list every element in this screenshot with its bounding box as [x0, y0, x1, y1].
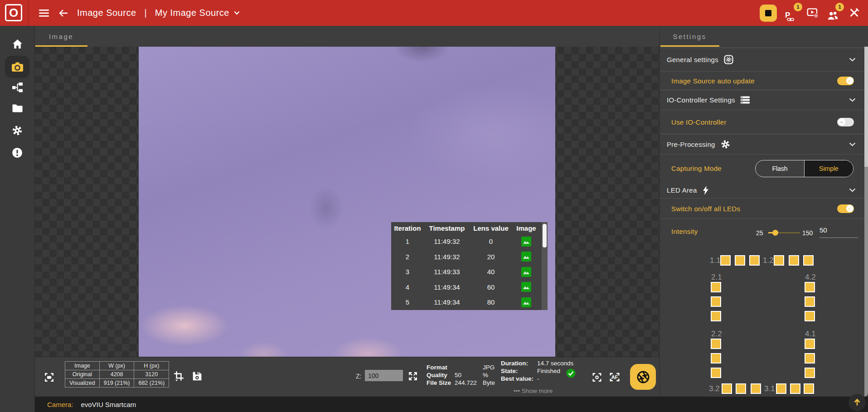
use-io-toggle[interactable]: – [837, 118, 854, 126]
users-badge: 1 [835, 3, 844, 11]
led-square[interactable] [720, 255, 731, 266]
scroll-to-top-button[interactable] [849, 394, 866, 411]
intensity-value-field[interactable]: 50 [820, 226, 858, 238]
slider-knob[interactable] [772, 230, 778, 236]
hamburger-menu-icon[interactable] [39, 9, 50, 18]
led-square[interactable] [804, 383, 814, 394]
image-canvas[interactable] [35, 47, 659, 357]
tools-icon[interactable] [849, 8, 860, 19]
led-square[interactable] [805, 339, 815, 349]
focus-center-icon[interactable] [592, 372, 602, 383]
intensity-slider[interactable] [768, 232, 800, 233]
mode-flash-button[interactable]: Flash [756, 160, 804, 177]
sidebar-item-camera-active[interactable] [5, 56, 29, 78]
sidebar-item-files[interactable] [12, 103, 23, 113]
led-square[interactable] [790, 383, 800, 394]
led-square[interactable] [803, 255, 814, 266]
image-size-table: ImageW (px)H (px) Original42083120 Visua… [65, 361, 169, 388]
chevron-down-icon [234, 11, 240, 15]
video-settings-icon[interactable] [807, 8, 819, 19]
users-button[interactable]: 1 [827, 5, 840, 21]
section-led-area[interactable]: LED Area [660, 182, 865, 198]
save-icon[interactable] [192, 371, 202, 381]
led-square[interactable] [789, 255, 799, 266]
section-general-settings[interactable]: General settings [660, 48, 865, 71]
led-group-label: 2.2 [711, 330, 722, 339]
led-square[interactable] [776, 383, 786, 394]
program-link-button[interactable]: P 1 [785, 5, 799, 21]
iteration-row[interactable]: 311:49:3340 [391, 264, 548, 280]
iteration-row[interactable]: 411:49:3460 [391, 280, 548, 295]
pre-processing-gear-icon [721, 140, 730, 149]
led-square[interactable] [805, 296, 815, 307]
led-square[interactable] [805, 282, 815, 292]
led-square[interactable] [736, 383, 746, 394]
scrollbar-thumb[interactable] [543, 224, 547, 247]
tab-settings-active-underline [660, 45, 719, 47]
led-group-label: 1.1 [710, 256, 721, 265]
image-thumb-icon[interactable] [512, 282, 541, 292]
tab-image[interactable]: Image [35, 26, 87, 47]
stop-capture-button[interactable] [760, 5, 777, 22]
tab-settings[interactable]: Settings [660, 26, 719, 47]
camera-name: evoVIU Smartcam [81, 401, 136, 408]
led-square[interactable] [805, 353, 815, 364]
camera-image[interactable] [139, 47, 555, 357]
status-bar: Camera: evoVIU Smartcam [35, 397, 868, 412]
image-thumb-icon[interactable] [512, 297, 541, 307]
led-square[interactable] [774, 255, 784, 266]
arrow-up-icon [853, 398, 862, 407]
image-thumb-icon[interactable] [512, 252, 541, 262]
image-thumb-icon[interactable] [512, 237, 541, 247]
led-square[interactable] [711, 311, 721, 321]
aperture-icon [636, 370, 650, 384]
intensity-min: 25 [756, 229, 763, 237]
iteration-row[interactable]: 511:49:3480 [391, 295, 548, 310]
crop-icon[interactable] [174, 371, 184, 382]
iteration-row[interactable]: 211:49:3220 [391, 249, 548, 265]
section-pre-processing[interactable]: Pre-Processing [660, 134, 865, 154]
show-more-link[interactable]: ••• Show more [514, 388, 553, 394]
mode-simple-button-selected[interactable]: Simple [804, 160, 853, 177]
led-square[interactable] [722, 383, 732, 394]
led-square[interactable] [805, 311, 815, 321]
chevron-down-icon[interactable] [849, 58, 856, 62]
fullscreen-icon[interactable] [408, 371, 418, 381]
sidebar-item-alerts[interactable] [12, 147, 23, 158]
led-square[interactable] [711, 368, 721, 378]
sidebar-item-home[interactable] [12, 39, 23, 49]
zoom-input[interactable] [365, 370, 403, 381]
led-group-label: 2.1 [711, 273, 722, 282]
sidebar-item-settings[interactable] [12, 125, 23, 136]
led-square[interactable] [711, 353, 721, 364]
source-selector-label: My Image Source [155, 8, 229, 18]
led-square[interactable] [711, 282, 721, 292]
chevron-down-icon[interactable] [849, 188, 856, 192]
led-group-label: 4.2 [805, 273, 816, 282]
led-square[interactable] [751, 383, 761, 394]
io-controller-icon [741, 96, 750, 104]
led-square[interactable] [711, 339, 721, 349]
source-selector[interactable]: My Image Source [155, 8, 240, 18]
image-thumb-icon[interactable] [512, 267, 541, 277]
autofocus-icon[interactable]: AF [609, 372, 621, 382]
auto-update-toggle[interactable]: ✓ [837, 77, 854, 85]
chevron-down-icon[interactable] [849, 142, 856, 146]
iteration-table-scrollbar[interactable] [542, 222, 548, 310]
led-square[interactable] [749, 255, 760, 266]
fit-to-screen-icon[interactable] [44, 372, 54, 383]
section-io-controller[interactable]: IO-Controller Settings [660, 90, 865, 110]
led-square[interactable] [805, 368, 815, 378]
led-square[interactable] [711, 296, 721, 307]
settings-scrollbar[interactable] [864, 47, 868, 397]
led-square[interactable] [735, 255, 745, 266]
chevron-down-icon[interactable] [849, 98, 856, 102]
switch-leds-toggle[interactable]: ✓ [837, 204, 854, 213]
sidebar-item-flow[interactable] [12, 82, 23, 93]
header-divider-line [28, 0, 29, 26]
led-group-label: 4.1 [805, 330, 816, 339]
scrollbar-thumb[interactable] [864, 47, 868, 167]
back-arrow-icon[interactable] [58, 8, 69, 19]
capture-shutter-button[interactable] [630, 364, 656, 390]
iteration-row[interactable]: 111:49:320 [391, 234, 548, 249]
